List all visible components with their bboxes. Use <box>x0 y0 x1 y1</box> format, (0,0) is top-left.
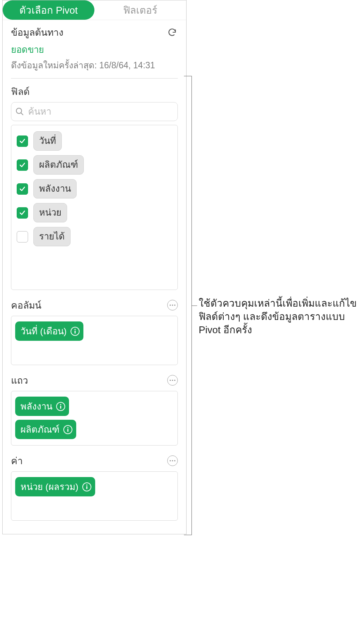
svg-point-9 <box>174 380 175 381</box>
zone-rows-title: แถว <box>11 373 28 388</box>
zone-columns-more-button[interactable] <box>167 300 178 310</box>
check-icon <box>19 209 26 217</box>
field-pill[interactable]: วันที่ <box>33 131 62 151</box>
source-section: ข้อมูลต้นทาง ยอดขาย ดึงข้อมูลใหม่ครั้งล่… <box>3 20 186 521</box>
refresh-icon <box>167 27 177 37</box>
svg-point-12 <box>67 427 68 428</box>
field-checkbox[interactable] <box>17 159 28 171</box>
svg-point-4 <box>174 304 175 306</box>
svg-point-16 <box>174 460 175 461</box>
tab-pivot-options[interactable]: ตัวเลือก Pivot <box>3 0 94 20</box>
zone-field-pill[interactable]: วันที่ (เดือน) <box>15 321 83 341</box>
zone-field-pill[interactable]: หน่วย (ผลรวม) <box>15 477 95 496</box>
svg-point-3 <box>172 304 173 306</box>
svg-line-1 <box>21 113 23 115</box>
zone-field-pill[interactable]: ผลิตภัณฑ์ <box>15 420 76 439</box>
info-icon <box>73 329 77 334</box>
pivot-options-panel: ตัวเลือก Pivot ฟิลเตอร์ ข้อมูลต้นทาง ยอด… <box>2 0 187 534</box>
field-row: วันที่ <box>15 129 174 153</box>
field-checkbox[interactable] <box>17 183 28 195</box>
zone-field-label: วันที่ (เดือน) <box>20 324 67 339</box>
field-row: ผลิตภัณฑ์ <box>15 153 174 177</box>
zone-values-title: ค่า <box>11 453 23 468</box>
search-field[interactable] <box>11 102 178 121</box>
field-checkbox[interactable] <box>17 135 28 147</box>
zone-rows-more-button[interactable] <box>167 375 178 386</box>
field-pill[interactable]: หน่วย <box>33 203 67 222</box>
callout-text: ใช้ตัวควบคุมเหล่านี้เพื่อเพิ่มและแก้ไขฟิ… <box>199 297 358 337</box>
zone-field-label: พลังงาน <box>20 399 52 414</box>
info-icon <box>85 484 89 490</box>
zone-field-pill[interactable]: พลังงาน <box>15 397 69 416</box>
refresh-timestamp: ดึงข้อมูลใหม่ครั้งล่าสุด: 16/8/64, 14:31 <box>11 58 178 72</box>
search-input[interactable] <box>24 106 174 117</box>
field-row: รายได้ <box>15 225 174 249</box>
field-row: หน่วย <box>15 201 174 225</box>
svg-point-10 <box>60 404 61 405</box>
tabs: ตัวเลือก Pivot ฟิลเตอร์ <box>3 0 186 20</box>
zone-values-more-button[interactable] <box>167 455 178 466</box>
refresh-button[interactable] <box>166 27 178 38</box>
svg-point-2 <box>169 304 171 306</box>
svg-point-7 <box>169 380 171 381</box>
zone-columns-title: คอลัมน์ <box>11 298 41 313</box>
field-info-button[interactable] <box>56 402 65 411</box>
zone-rows[interactable]: พลังงานผลิตภัณฑ์ <box>11 391 178 446</box>
more-icon <box>169 460 176 461</box>
svg-rect-11 <box>60 406 61 409</box>
info-icon <box>66 427 70 432</box>
divider <box>11 78 178 79</box>
field-pill[interactable]: รายได้ <box>33 227 71 246</box>
fields-list: วันที่ผลิตภัณฑ์พลังงานหน่วยรายได้ <box>11 125 178 290</box>
field-pill[interactable]: ผลิตภัณฑ์ <box>33 155 84 175</box>
callout-bracket <box>184 76 192 535</box>
svg-point-15 <box>172 460 173 461</box>
check-icon <box>19 137 26 145</box>
more-icon <box>169 304 176 306</box>
check-icon <box>19 161 26 169</box>
svg-rect-18 <box>86 486 87 489</box>
zone-field-label: หน่วย (ผลรวม) <box>20 479 78 494</box>
info-icon <box>59 404 63 409</box>
fields-title: ฟิลด์ <box>11 84 178 99</box>
zone-columns[interactable]: วันที่ (เดือน) <box>11 316 178 365</box>
source-title: ข้อมูลต้นทาง <box>11 25 63 40</box>
field-info-button[interactable] <box>82 482 91 491</box>
svg-point-17 <box>86 484 87 485</box>
field-checkbox[interactable] <box>17 207 28 219</box>
source-table-name[interactable]: ยอดขาย <box>11 42 178 57</box>
field-row: พลังงาน <box>15 177 174 201</box>
zone-field-label: ผลิตภัณฑ์ <box>20 422 60 437</box>
field-info-button[interactable] <box>63 425 72 434</box>
svg-rect-13 <box>67 429 69 432</box>
svg-point-5 <box>74 329 75 330</box>
tab-filter[interactable]: ฟิลเตอร์ <box>94 0 186 20</box>
more-icon <box>169 380 176 381</box>
field-checkbox[interactable] <box>17 231 28 243</box>
svg-point-14 <box>169 460 171 461</box>
field-pill[interactable]: พลังงาน <box>33 179 77 198</box>
check-icon <box>19 185 26 193</box>
search-icon <box>15 107 24 116</box>
svg-point-8 <box>172 380 173 381</box>
svg-rect-6 <box>74 331 75 334</box>
zone-values[interactable]: หน่วย (ผลรวม) <box>11 471 178 521</box>
callout-connector <box>192 306 197 306</box>
field-info-button[interactable] <box>71 327 80 336</box>
svg-point-0 <box>16 108 22 113</box>
